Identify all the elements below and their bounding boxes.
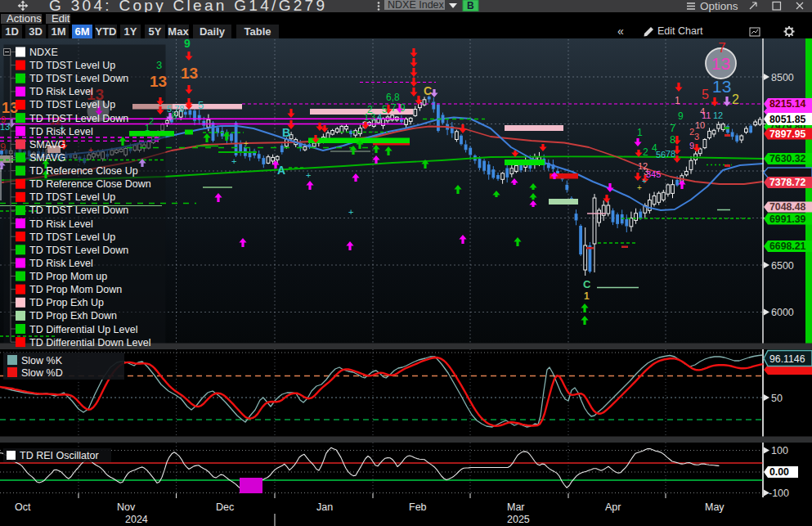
svg-text:-100: -100 bbox=[769, 488, 789, 499]
svg-text:TD TDST Level Down: TD TDST Level Down bbox=[29, 205, 128, 216]
svg-text:7378.72: 7378.72 bbox=[769, 177, 806, 188]
svg-text:13: 13 bbox=[711, 54, 730, 73]
svg-text:1: 1 bbox=[584, 290, 590, 302]
svg-text:Slow %K: Slow %K bbox=[21, 355, 63, 366]
svg-text:SMAVG: SMAVG bbox=[29, 139, 65, 151]
svg-text:TD Prop Mom Down: TD Prop Mom Down bbox=[29, 284, 122, 295]
svg-text:13: 13 bbox=[181, 65, 198, 82]
svg-text:0.00: 0.00 bbox=[769, 466, 789, 478]
svg-text:TD REI Oscillator: TD REI Oscillator bbox=[20, 450, 99, 461]
svg-text:100: 100 bbox=[771, 445, 788, 456]
svg-text:3: 3 bbox=[370, 112, 375, 122]
svg-text:56: 56 bbox=[656, 150, 666, 160]
svg-text:+: + bbox=[244, 139, 249, 148]
svg-text:+: + bbox=[637, 183, 642, 192]
svg-text:3: 3 bbox=[694, 132, 699, 142]
svg-text:12: 12 bbox=[713, 110, 723, 120]
svg-text:TD Risk Level: TD Risk Level bbox=[29, 126, 93, 137]
svg-text:6000: 6000 bbox=[771, 307, 794, 318]
svg-text:9: 9 bbox=[400, 102, 406, 114]
svg-text:TD Risk Level: TD Risk Level bbox=[29, 258, 93, 269]
svg-text:9: 9 bbox=[184, 38, 191, 50]
svg-text:TD Differential Down Level: TD Differential Down Level bbox=[29, 337, 150, 348]
svg-text:3: 3 bbox=[156, 59, 162, 71]
svg-text:TD Prop Exh Up: TD Prop Exh Up bbox=[29, 297, 104, 308]
svg-text:G 304: Copy Clean G14/G279: G 304: Copy Clean G14/G279 bbox=[49, 0, 327, 12]
svg-text:8500: 8500 bbox=[771, 72, 794, 83]
svg-text:+: + bbox=[642, 177, 647, 186]
svg-text:10: 10 bbox=[695, 120, 705, 130]
svg-text:2: 2 bbox=[149, 116, 154, 126]
svg-text:TD Prop Exh Down: TD Prop Exh Down bbox=[29, 310, 117, 321]
svg-text:1: 1 bbox=[364, 112, 369, 122]
svg-text:2: 2 bbox=[643, 146, 648, 158]
svg-text:May: May bbox=[705, 501, 725, 513]
svg-text:7048.48: 7048.48 bbox=[769, 201, 806, 213]
svg-text:5: 5 bbox=[198, 99, 204, 111]
svg-text:5: 5 bbox=[702, 88, 709, 101]
svg-text:SMAVG: SMAVG bbox=[29, 152, 65, 164]
svg-text:7: 7 bbox=[391, 102, 397, 114]
svg-text:9: 9 bbox=[689, 141, 694, 151]
svg-text:TD TDST Level Up: TD TDST Level Up bbox=[29, 191, 115, 203]
svg-text:C: C bbox=[424, 84, 432, 97]
svg-text:TD TDST Level Down: TD TDST Level Down bbox=[29, 113, 128, 124]
svg-text:Jan: Jan bbox=[316, 501, 333, 513]
svg-text:Nov: Nov bbox=[117, 501, 136, 513]
svg-text:13: 13 bbox=[712, 77, 731, 96]
svg-text:7897.95: 7897.95 bbox=[769, 128, 806, 140]
svg-text:Apr: Apr bbox=[605, 501, 621, 513]
svg-text:B: B bbox=[467, 0, 474, 11]
svg-text:+: + bbox=[348, 207, 353, 217]
svg-text:6: 6 bbox=[172, 111, 177, 121]
svg-text:7630.32: 7630.32 bbox=[769, 153, 806, 164]
svg-text:TD TDST Level Up: TD TDST Level Up bbox=[29, 99, 115, 110]
svg-text:TD TDST Level Up: TD TDST Level Up bbox=[29, 60, 115, 71]
svg-text:1: 1 bbox=[637, 127, 643, 138]
svg-text:13: 13 bbox=[150, 73, 167, 90]
svg-text:Oct: Oct bbox=[15, 501, 31, 513]
svg-text:2: 2 bbox=[732, 92, 739, 106]
svg-text:13: 13 bbox=[0, 122, 10, 132]
svg-text:Slow %D: Slow %D bbox=[21, 367, 63, 379]
svg-text:TD Reference Close Up: TD Reference Close Up bbox=[29, 165, 138, 177]
svg-text:Options: Options bbox=[700, 0, 738, 12]
svg-text:TD Differential Up Level: TD Differential Up Level bbox=[29, 324, 137, 335]
svg-text:1: 1 bbox=[675, 95, 680, 106]
svg-text:NDXE Index: NDXE Index bbox=[388, 0, 445, 11]
svg-text:+: + bbox=[231, 156, 236, 166]
svg-text:11: 11 bbox=[702, 110, 711, 120]
svg-text:TD Prop Mom up: TD Prop Mom up bbox=[29, 271, 107, 282]
svg-text:345: 345 bbox=[646, 169, 661, 179]
svg-text:8051.85: 8051.85 bbox=[769, 114, 806, 125]
svg-text:TD Risk Level: TD Risk Level bbox=[29, 218, 93, 230]
svg-text:9: 9 bbox=[0, 141, 6, 153]
svg-text:50: 50 bbox=[771, 393, 783, 404]
svg-text:9: 9 bbox=[678, 110, 684, 122]
svg-text:6991.39: 6991.39 bbox=[769, 214, 806, 225]
svg-text:TD TDST Level Down: TD TDST Level Down bbox=[29, 245, 128, 256]
svg-text:6500: 6500 bbox=[771, 260, 794, 272]
svg-text:Dec: Dec bbox=[216, 501, 234, 513]
svg-text:7: 7 bbox=[718, 40, 725, 56]
svg-text:A: A bbox=[277, 164, 285, 177]
svg-text:Feb: Feb bbox=[409, 501, 427, 513]
svg-text:96.1146: 96.1146 bbox=[769, 353, 805, 365]
svg-text:C: C bbox=[583, 278, 591, 290]
svg-text:TD TDST Level Up: TD TDST Level Up bbox=[29, 232, 115, 243]
svg-text:+: + bbox=[88, 146, 93, 155]
svg-text:6698.21: 6698.21 bbox=[769, 241, 806, 252]
svg-text:8: 8 bbox=[670, 133, 675, 146]
svg-text:+: + bbox=[306, 170, 311, 180]
svg-text:5: 5 bbox=[382, 104, 388, 115]
svg-text:B: B bbox=[282, 126, 290, 139]
svg-text:7: 7 bbox=[670, 122, 675, 134]
svg-text:Mar: Mar bbox=[507, 501, 525, 513]
svg-text:2025: 2025 bbox=[507, 514, 530, 525]
svg-text:NDXE: NDXE bbox=[29, 47, 58, 58]
svg-text:2024: 2024 bbox=[125, 514, 148, 525]
svg-text:TD TDST Level Down: TD TDST Level Down bbox=[29, 73, 128, 84]
svg-text:6,8: 6,8 bbox=[386, 92, 400, 103]
svg-text:78: 78 bbox=[666, 149, 675, 159]
svg-text:TD Risk Level: TD Risk Level bbox=[29, 86, 93, 97]
